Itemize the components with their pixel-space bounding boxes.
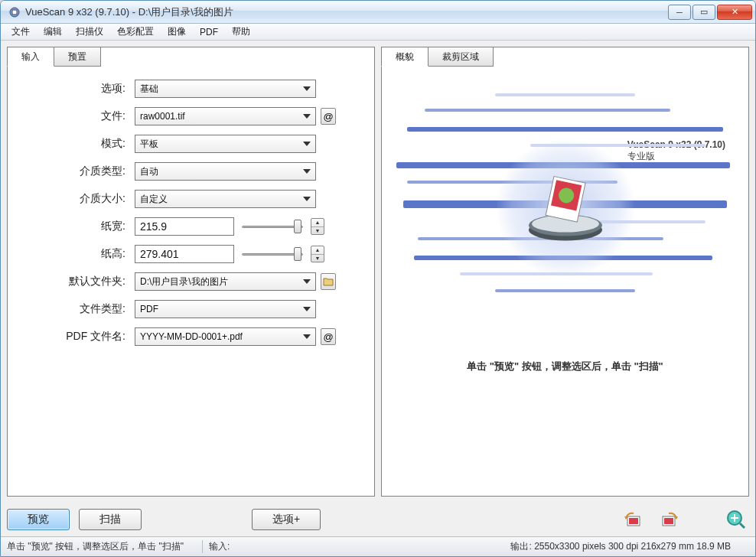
- svg-rect-1: [12, 10, 17, 15]
- status-left: 单击 "预览" 按钮，调整选区后，单击 "扫描": [7, 540, 202, 553]
- preview-hint: 单击 "预览" 按钮，调整选区后，单击 "扫描": [382, 360, 748, 373]
- preview-area: VueScan 9 x32 (9.7.10) 专业版: [382, 47, 748, 496]
- chevron-down-icon: [303, 86, 311, 91]
- left-tabs: 输入 预置: [7, 47, 100, 67]
- tab-input[interactable]: 输入: [7, 47, 54, 67]
- svg-rect-9: [629, 518, 638, 524]
- paper-width-slider[interactable]: [242, 218, 303, 235]
- client-area: 输入 预置 选项: 基础 文件: raw0001.tif @ 模式: 平板: [1, 41, 755, 503]
- status-right: 输出: 2550x3300 pixels 300 dpi 216x279 mm …: [510, 540, 749, 553]
- zoom-in-button[interactable]: [723, 509, 749, 530]
- chevron-down-icon: [303, 279, 311, 284]
- label-default-folder: 默认文件夹:: [15, 275, 130, 288]
- decorative-stripes: [389, 78, 741, 338]
- options-more-button[interactable]: 选项+: [252, 509, 321, 530]
- svg-rect-11: [664, 518, 673, 524]
- status-mid-label: 输入:: [202, 540, 248, 553]
- label-file-type: 文件类型:: [15, 302, 130, 316]
- menubar: 文件 编辑 扫描仪 色彩配置 图像 PDF 帮助: [1, 24, 755, 41]
- media-size-select[interactable]: 自定义: [135, 190, 316, 208]
- minimize-button[interactable]: ─: [668, 5, 691, 20]
- folder-icon: [323, 277, 334, 286]
- maximize-button[interactable]: ▭: [692, 5, 715, 20]
- file-select[interactable]: raw0001.tif: [135, 107, 316, 125]
- default-folder-select[interactable]: D:\用户目录\我的图片: [135, 272, 316, 291]
- window-controls: ─ ▭ ✕: [668, 5, 752, 20]
- pdf-name-at-button[interactable]: @: [321, 328, 336, 345]
- label-media-size: 介质大小:: [15, 192, 130, 206]
- label-options: 选项:: [15, 82, 130, 96]
- label-file: 文件:: [15, 109, 130, 123]
- app-icon: [8, 6, 21, 18]
- chevron-down-icon: [303, 114, 311, 119]
- chevron-down-icon: [303, 334, 311, 339]
- rotate-left-icon: [623, 510, 644, 529]
- paper-width-input[interactable]: 215.9: [135, 217, 234, 236]
- browse-folder-button[interactable]: [321, 273, 336, 290]
- scan-button[interactable]: 扫描: [79, 509, 142, 530]
- window-title: VueScan 9 x32 (9.7.10) - D:\用户目录\我的图片: [25, 5, 668, 19]
- menu-color[interactable]: 色彩配置: [111, 24, 160, 40]
- mode-select[interactable]: 平板: [135, 135, 316, 153]
- paper-height-slider[interactable]: [242, 246, 303, 262]
- titlebar[interactable]: VueScan 9 x32 (9.7.10) - D:\用户目录\我的图片 ─ …: [1, 1, 755, 24]
- chevron-down-icon: [303, 142, 311, 146]
- menu-file[interactable]: 文件: [5, 24, 36, 40]
- chevron-down-icon: [303, 197, 311, 201]
- status-bar: 单击 "预览" 按钮，调整选区后，单击 "扫描" 输入: 输出: 2550x33…: [1, 536, 755, 556]
- chevron-down-icon: [303, 169, 311, 174]
- paper-height-input[interactable]: 279.401: [135, 245, 234, 263]
- svg-line-13: [740, 523, 745, 528]
- close-button[interactable]: ✕: [717, 5, 752, 20]
- right-panel: 概貌 裁剪区域 VueScan 9 x32 (9.7.10) 专业版: [381, 47, 749, 497]
- rotate-right-button[interactable]: [656, 509, 682, 530]
- media-type-select[interactable]: 自动: [135, 162, 316, 181]
- paper-height-spinner[interactable]: ▲▼: [311, 246, 324, 262]
- zoom-in-icon: [726, 510, 746, 529]
- label-paper-width: 纸宽:: [15, 220, 130, 233]
- label-media-type: 介质类型:: [15, 164, 130, 178]
- pdf-name-select[interactable]: YYYY-MM-DD-0001+.pdf: [135, 327, 316, 346]
- rotate-right-icon: [658, 510, 679, 529]
- menu-help[interactable]: 帮助: [226, 24, 256, 40]
- menu-image[interactable]: 图像: [161, 24, 192, 40]
- scanner-illustration-icon: [523, 169, 608, 248]
- menu-edit[interactable]: 编辑: [37, 24, 68, 40]
- tab-overview[interactable]: 概貌: [381, 47, 429, 67]
- options-select[interactable]: 基础: [135, 80, 316, 98]
- button-bar: 预览 扫描 选项+: [1, 503, 755, 536]
- menu-scanner[interactable]: 扫描仪: [70, 24, 109, 40]
- preview-button[interactable]: 预览: [7, 509, 70, 530]
- file-at-button[interactable]: @: [321, 108, 336, 125]
- left-panel: 输入 预置 选项: 基础 文件: raw0001.tif @ 模式: 平板: [7, 47, 375, 497]
- tab-preset[interactable]: 预置: [54, 47, 101, 67]
- label-mode: 模式:: [15, 137, 130, 151]
- rotate-left-button[interactable]: [621, 509, 647, 530]
- label-paper-height: 纸高:: [15, 247, 130, 261]
- form-area: 选项: 基础 文件: raw0001.tif @ 模式: 平板 介质类型: 自动: [8, 47, 374, 358]
- label-pdf-name: PDF 文件名:: [15, 330, 130, 344]
- menu-pdf[interactable]: PDF: [194, 25, 224, 39]
- paper-width-spinner[interactable]: ▲▼: [311, 218, 324, 235]
- app-window: VueScan 9 x32 (9.7.10) - D:\用户目录\我的图片 ─ …: [0, 0, 756, 557]
- file-type-select[interactable]: PDF: [135, 300, 316, 318]
- chevron-down-icon: [303, 307, 311, 311]
